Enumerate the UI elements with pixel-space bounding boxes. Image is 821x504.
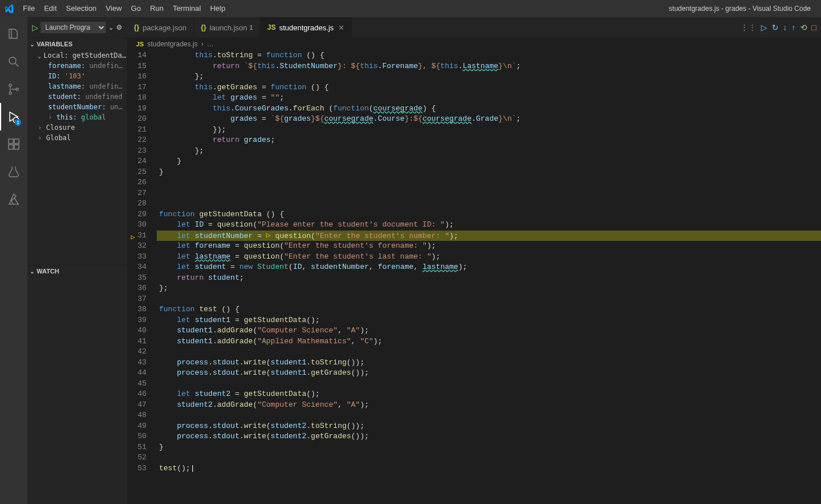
menu-go[interactable]: Go (126, 0, 145, 17)
line-number[interactable]: 15 (127, 61, 146, 72)
line-number[interactable]: 22 (127, 135, 146, 146)
stop-icon[interactable]: □ (812, 23, 816, 32)
code-line[interactable]: }; (157, 72, 821, 82)
scope-global[interactable]: › Global (27, 133, 127, 143)
line-number[interactable]: 19 (127, 104, 146, 114)
code-line[interactable]: }); (157, 125, 821, 136)
code-line[interactable]: student2.addGrade("Computer Science", "A… (157, 400, 821, 411)
line-number[interactable]: 43 (127, 358, 146, 368)
chevron-down-icon[interactable]: ⌄ (108, 23, 114, 31)
line-number[interactable]: 16 (127, 72, 146, 82)
variable-this[interactable]: › this: global (27, 112, 127, 122)
start-debug-icon[interactable]: ▷ (32, 23, 38, 32)
line-number[interactable]: 29 (127, 209, 146, 220)
step-over-icon[interactable]: ↻ (772, 23, 779, 32)
code-line[interactable]: this.getGrades = function () { (157, 82, 821, 93)
code-line[interactable] (157, 453, 821, 463)
menu-view[interactable]: View (101, 0, 126, 17)
code-line[interactable]: let student2 = getStudentData(); (157, 389, 821, 400)
line-number[interactable]: 21 (127, 125, 146, 136)
code-line[interactable]: return grades; (157, 135, 821, 146)
code-line[interactable]: } (157, 167, 821, 178)
scope-local[interactable]: ⌄Local: getStudentData (27, 50, 127, 61)
code-line[interactable] (157, 294, 821, 305)
line-number[interactable]: 31▷ (127, 231, 146, 241)
grip-icon[interactable]: ⋮⋮ (740, 23, 756, 32)
code-line[interactable]: process.stdout.write(student2.getGrades(… (157, 431, 821, 442)
menu-help[interactable]: Help (205, 0, 230, 17)
code-line[interactable]: let lastname = question("Enter the stude… (157, 252, 821, 263)
code-line[interactable]: test(); (157, 463, 821, 474)
menu-run[interactable]: Run (145, 0, 168, 17)
files-icon[interactable] (0, 21, 27, 48)
line-number[interactable]: 49 (127, 421, 146, 432)
tab-package-json[interactable]: {}package.json (127, 17, 194, 38)
azure-icon[interactable] (0, 185, 27, 213)
line-number[interactable]: 26 (127, 177, 146, 188)
step-into-icon[interactable]: ↓ (783, 23, 787, 32)
line-number[interactable]: 30 (127, 220, 146, 231)
variable-row[interactable]: ID: '103' (27, 71, 127, 81)
line-number[interactable]: 34 (127, 262, 146, 273)
code-line[interactable]: }; (157, 283, 821, 294)
menu-file[interactable]: File (18, 0, 39, 17)
line-number[interactable]: 17 (127, 82, 146, 93)
launch-config-select[interactable]: Launch Progra (41, 22, 106, 33)
code-line[interactable]: } (157, 442, 821, 453)
line-number[interactable]: 42 (127, 347, 146, 358)
watch-section[interactable]: ⌄WATCH (27, 265, 127, 277)
variables-section[interactable]: ⌄VARIABLES (27, 38, 127, 50)
line-number[interactable]: 28 (127, 199, 146, 209)
code-line[interactable]: let ID = question("Please enter the stud… (157, 220, 821, 231)
code-line[interactable] (157, 188, 821, 199)
code-line[interactable]: function getStudentData () { (157, 209, 821, 220)
restart-icon[interactable]: ⟲ (800, 23, 807, 32)
breadcrumb[interactable]: JS studentgrades.js › … (127, 38, 821, 50)
line-number[interactable]: 25 (127, 167, 146, 178)
code-editor[interactable]: 141516171819202122232425262728293031▷323… (127, 50, 821, 504)
code-line[interactable]: }; (157, 146, 821, 157)
source-control-icon[interactable] (0, 76, 27, 103)
testing-icon[interactable] (0, 158, 27, 185)
line-number[interactable]: 47 (127, 400, 146, 411)
line-number[interactable]: 40 (127, 326, 146, 336)
code-line[interactable]: let studentNumber = ▷ question("Enter th… (157, 231, 821, 241)
line-number[interactable]: 51 (127, 442, 146, 453)
line-number[interactable]: 53 (127, 463, 146, 474)
code-line[interactable]: let grades = ""; (157, 93, 821, 104)
variable-row[interactable]: forename: undefin… (27, 61, 127, 71)
line-number[interactable]: 24 (127, 156, 146, 167)
line-number[interactable]: 23 (127, 146, 146, 157)
code-line[interactable]: let forename = question("Enter the stude… (157, 241, 821, 252)
line-number[interactable]: 18 (127, 93, 146, 104)
line-number[interactable]: 44 (127, 368, 146, 379)
step-out-icon[interactable]: ↑ (792, 23, 796, 32)
line-number[interactable]: 32 (127, 241, 146, 252)
code-line[interactable]: student1.addGrade("Applied Mathematics",… (157, 336, 821, 347)
variable-row[interactable]: student: undefined (27, 92, 127, 102)
gear-icon[interactable]: ⚙ (116, 23, 122, 31)
line-number[interactable]: 14 (127, 50, 146, 61)
line-number[interactable]: 33 (127, 252, 146, 263)
line-number[interactable]: 38 (127, 304, 146, 315)
line-number[interactable]: 37 (127, 294, 146, 305)
line-number[interactable]: 50 (127, 431, 146, 442)
line-number[interactable]: 41 (127, 336, 146, 347)
code-line[interactable]: grades = `${grades}${coursegrade.Course}… (157, 114, 821, 125)
code-line[interactable] (157, 199, 821, 209)
line-number[interactable]: 48 (127, 410, 146, 421)
continue-icon[interactable]: ▷ (761, 23, 767, 32)
scope-closure[interactable]: › Closure (27, 122, 127, 133)
search-icon[interactable] (0, 48, 27, 76)
line-number[interactable]: 39 (127, 315, 146, 326)
variable-row[interactable]: studentNumber: un… (27, 102, 127, 112)
code-line[interactable]: process.stdout.write(student1.getGrades(… (157, 368, 821, 379)
code-line[interactable] (157, 347, 821, 358)
variable-row[interactable]: lastname: undefin… (27, 81, 127, 92)
menu-selection[interactable]: Selection (61, 0, 101, 17)
menu-terminal[interactable]: Terminal (168, 0, 205, 17)
tab-launch-json[interactable]: {}launch.json1 (194, 17, 260, 38)
code-line[interactable]: let student1 = getStudentData(); (157, 315, 821, 326)
line-number[interactable]: 36 (127, 283, 146, 294)
line-number[interactable]: 27 (127, 188, 146, 199)
